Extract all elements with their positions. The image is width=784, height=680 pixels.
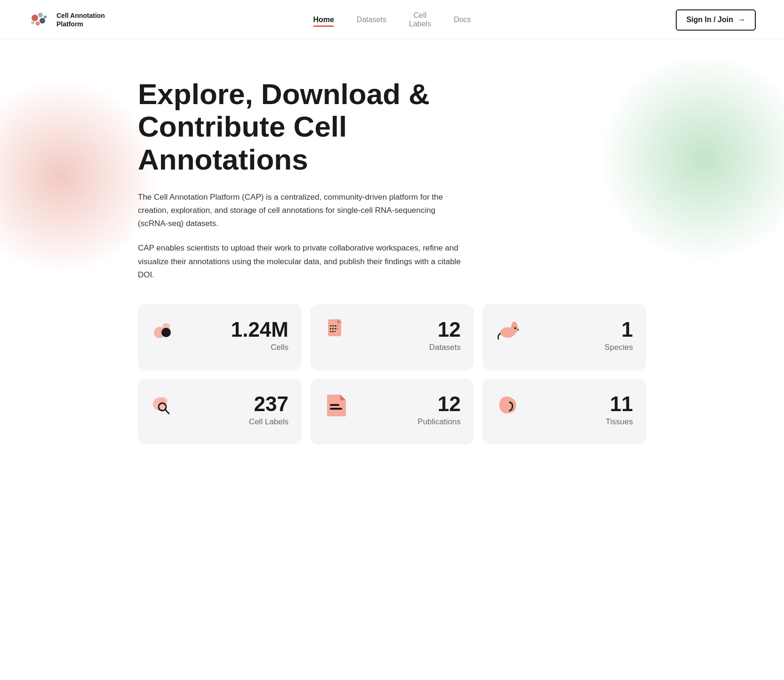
arrow-icon: → [737,15,745,25]
tissues-number: 11 [610,394,633,414]
datasets-icon [321,316,352,348]
signin-button[interactable]: Sign In / Join → [676,9,756,31]
publications-icon [321,390,352,422]
svg-point-0 [32,15,38,21]
publications-number: 12 [438,394,461,414]
stat-card-celllabels: 237 Cell Labels [138,379,302,445]
svg-point-2 [40,18,45,24]
hero-desc-2: CAP enables scientists to upload their w… [138,242,467,281]
svg-point-16 [512,322,517,328]
logo-text: Cell AnnotationPlatform [56,11,105,28]
tissues-icon [494,390,524,422]
nav-links: Home Datasets CellLabels Docs [313,11,471,28]
stat-card-cells: 1.24M Cells [138,304,302,370]
svg-point-8 [161,328,171,337]
species-number: 1 [622,319,633,340]
nav-docs[interactable]: Docs [454,16,471,24]
nav-datasets[interactable]: Datasets [357,16,386,24]
svg-rect-23 [330,404,339,406]
celllabels-label: Cell Labels [249,417,288,427]
datasets-label: Datasets [429,343,461,352]
hero-desc-1: The Cell Annotation Platform (CAP) is a … [138,191,467,230]
stat-card-species: 1 Species [482,304,646,370]
nav-home[interactable]: Home [313,16,334,24]
stats-grid: 1.24M Cells [138,304,646,445]
cells-icon [149,316,179,348]
cells-number: 1.24M [231,319,288,340]
publications-label: Publications [417,417,461,427]
hero-section: Explore, Download & Contribute Cell Anno… [110,40,674,473]
celllabels-number: 237 [254,394,288,414]
nav-cell-labels[interactable]: CellLabels [409,11,431,28]
celllabels-icon [149,390,179,422]
svg-point-5 [44,16,47,18]
species-icon [494,316,524,348]
datasets-number: 12 [438,319,461,340]
logo-link[interactable]: Cell AnnotationPlatform [28,8,105,31]
svg-rect-24 [330,408,342,410]
hero-title: Explore, Download & Contribute Cell Anno… [138,78,458,176]
navbar: Cell AnnotationPlatform Home Datasets Ce… [0,0,784,40]
svg-point-1 [38,13,43,17]
svg-point-3 [36,22,40,26]
species-label: Species [605,343,633,352]
tissues-label: Tissues [606,417,633,427]
stat-card-datasets: 12 Datasets [310,304,474,370]
cells-label: Cells [271,343,288,352]
svg-point-4 [32,21,35,24]
svg-point-17 [514,327,516,329]
stat-card-tissues: 11 Tissues [482,379,646,445]
svg-point-18 [518,329,519,330]
svg-line-22 [165,410,169,413]
stat-card-publications: 12 Publications [310,379,474,445]
